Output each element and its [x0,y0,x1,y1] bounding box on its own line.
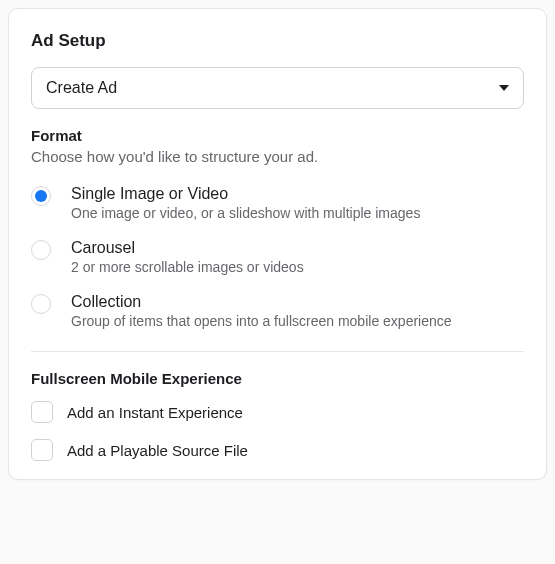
ad-type-select-value: Create Ad [46,79,117,97]
format-option-carousel[interactable]: Carousel 2 or more scrollable images or … [31,239,524,275]
ad-type-select[interactable]: Create Ad [31,67,524,109]
format-option-single[interactable]: Single Image or Video One image or video… [31,185,524,221]
radio-input[interactable] [31,186,51,206]
radio-title: Collection [71,293,452,311]
chevron-down-icon [499,85,509,91]
format-radio-group: Single Image or Video One image or video… [31,185,524,329]
checkbox-input[interactable] [31,401,53,423]
radio-input[interactable] [31,240,51,260]
fullscreen-label: Fullscreen Mobile Experience [31,370,524,387]
radio-title: Single Image or Video [71,185,420,203]
divider [31,351,524,352]
fullscreen-check-group: Add an Instant Experience Add a Playable… [31,401,524,461]
format-option-collection[interactable]: Collection Group of items that opens int… [31,293,524,329]
radio-title: Carousel [71,239,304,257]
check-instant-experience[interactable]: Add an Instant Experience [31,401,524,423]
format-help: Choose how you'd like to structure your … [31,148,524,165]
card-title: Ad Setup [31,31,524,51]
check-label: Add a Playable Source File [67,442,248,459]
radio-texts: Collection Group of items that opens int… [71,293,452,329]
radio-desc: One image or video, or a slideshow with … [71,205,420,221]
check-label: Add an Instant Experience [67,404,243,421]
radio-desc: 2 or more scrollable images or videos [71,259,304,275]
ad-setup-card: Ad Setup Create Ad Format Choose how you… [8,8,547,480]
format-label: Format [31,127,524,144]
radio-texts: Carousel 2 or more scrollable images or … [71,239,304,275]
check-playable-source[interactable]: Add a Playable Source File [31,439,524,461]
radio-texts: Single Image or Video One image or video… [71,185,420,221]
radio-input[interactable] [31,294,51,314]
radio-desc: Group of items that opens into a fullscr… [71,313,452,329]
checkbox-input[interactable] [31,439,53,461]
